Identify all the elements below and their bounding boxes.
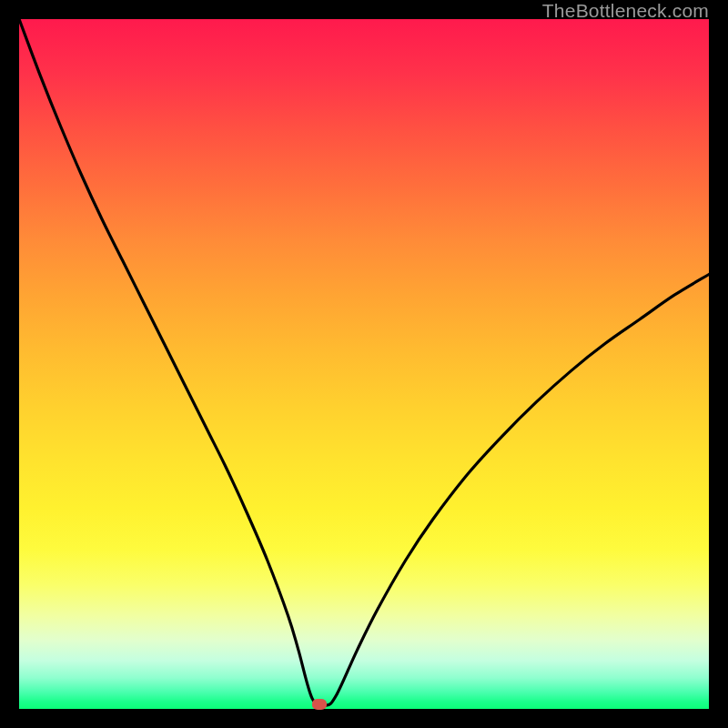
- optimum-marker: [312, 699, 327, 710]
- plot-area: [19, 19, 709, 709]
- chart-frame: TheBottleneck.com: [0, 0, 728, 728]
- watermark-text: TheBottleneck.com: [542, 0, 709, 22]
- bottleneck-curve: [19, 19, 709, 706]
- curve-svg: [19, 19, 709, 709]
